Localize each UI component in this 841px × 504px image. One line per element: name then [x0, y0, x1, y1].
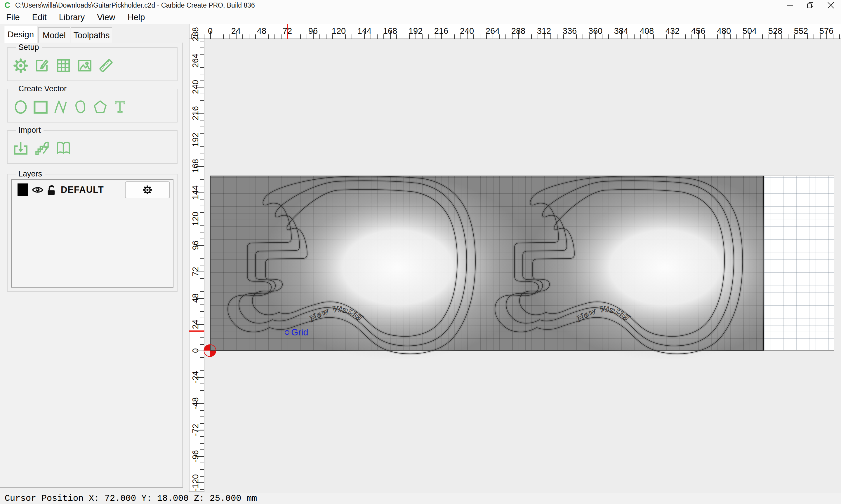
circle-tool-button[interactable] [12, 98, 29, 115]
ruler-label: 336 [563, 26, 577, 36]
ruler-label: 96 [308, 26, 318, 36]
layer-settings-button[interactable] [125, 181, 170, 198]
ruler-label: 480 [717, 26, 731, 36]
minimize-icon [786, 2, 793, 9]
job-setup-gear-icon [12, 57, 29, 74]
edit-notes-icon [34, 57, 51, 74]
polygon-tool-icon [92, 98, 109, 115]
ruler-label: 192 [409, 26, 423, 36]
restore-icon [807, 1, 814, 9]
close-button[interactable] [821, 0, 841, 11]
shape-library-button[interactable] [55, 140, 72, 157]
ruler-label: 552 [794, 26, 808, 36]
ruler-label: -24 [191, 371, 200, 383]
layers-group: Layers DEFAULT [7, 174, 177, 292]
ruler-label: 120 [332, 26, 346, 36]
polyline-tool-icon [52, 98, 69, 115]
ruler-label: 24 [191, 320, 200, 329]
menu-library[interactable]: Library [53, 11, 91, 24]
svg-text:T: T [115, 98, 125, 115]
ruler-label: -72 [191, 424, 200, 436]
ruler-label: -48 [191, 397, 200, 410]
ruler-label: 528 [768, 26, 782, 36]
ruler-label: 264 [486, 26, 500, 36]
rectangle-tool-button[interactable] [32, 98, 49, 115]
ruler-label: 456 [691, 26, 705, 36]
ruler-label: 288 [191, 27, 200, 41]
background-image-icon [76, 57, 93, 74]
edit-notes-button[interactable] [34, 57, 51, 74]
ruler-label: 216 [191, 106, 200, 120]
ruler-label: 384 [614, 26, 628, 36]
ruler-label: 312 [537, 26, 551, 36]
origin-marker-icon [203, 344, 217, 357]
job-setup-button[interactable] [12, 57, 29, 74]
ruler-label: 360 [588, 26, 602, 36]
create-vector-group-title: Create Vector [16, 84, 69, 93]
text-tool-icon: T [111, 98, 128, 115]
ruler-label: 288 [511, 26, 525, 36]
vertical-ruler: 288 264 240 216 192 168 144 120 96 72 48… [189, 39, 204, 492]
menu-bar: File Edit Library View Help [0, 11, 841, 24]
tab-design[interactable]: Design [4, 26, 37, 43]
measure-ruler-icon [98, 57, 115, 74]
ruler-label: -120 [191, 474, 200, 491]
ruler-label: 48 [191, 293, 200, 303]
layer-visibility-eye-icon[interactable] [32, 185, 44, 195]
ruler-label: 168 [383, 26, 397, 36]
ruler-label: 576 [819, 26, 834, 36]
ruler-label: 144 [357, 26, 372, 36]
import-group: Import [7, 130, 177, 164]
create-vector-group: Create Vector [7, 89, 177, 123]
polygon-tool-button[interactable] [92, 98, 109, 115]
status-bar: Cursor Position X: 72.000 Y: 18.000 Z: 2… [0, 493, 841, 504]
ruler-label: 408 [640, 26, 654, 36]
minimize-button[interactable] [780, 0, 800, 11]
menu-file[interactable]: File [0, 11, 26, 24]
import-group-title: Import [16, 126, 44, 135]
layer-lock-open-icon[interactable] [47, 185, 57, 195]
grid-snap-indicator: Grid [285, 327, 308, 338]
cursor-position-readout: Cursor Position X: 72.000 Y: 18.000 Z: 2… [5, 493, 257, 503]
grid-settings-icon [55, 57, 72, 74]
rectangle-tool-icon [32, 98, 49, 115]
ruler-label: 144 [191, 185, 200, 199]
layer-color-swatch[interactable] [18, 183, 28, 196]
ruler-label: 0 [208, 26, 212, 36]
circle-tool-icon [12, 98, 29, 115]
curve-tool-button[interactable] [72, 98, 89, 115]
tab-model[interactable]: Model [38, 28, 70, 43]
measure-button[interactable] [98, 57, 115, 74]
menu-help[interactable]: Help [121, 11, 151, 24]
shape-library-icon [55, 140, 72, 157]
curve-tool-icon [72, 98, 89, 115]
layers-list: DEFAULT [11, 179, 173, 288]
restore-button[interactable] [800, 0, 821, 11]
tab-strip: Design Model Toolpaths [0, 24, 189, 42]
window-title: C:\Users\willa\Downloads\GuitarPickholde… [15, 1, 255, 9]
import-file-button[interactable] [12, 140, 29, 157]
ruler-label: 0 [191, 348, 200, 353]
setup-group-title: Setup [16, 43, 42, 52]
layer-name: DEFAULT [61, 185, 104, 195]
ruler-label: 504 [743, 26, 757, 36]
grid-settings-button[interactable] [55, 57, 72, 74]
import-file-icon [12, 140, 29, 157]
ruler-label: 264 [191, 54, 200, 68]
text-tool-button[interactable]: T [111, 98, 128, 115]
layers-group-title: Layers [16, 169, 45, 179]
menu-edit[interactable]: Edit [26, 11, 53, 24]
menu-view[interactable]: View [91, 11, 121, 24]
ruler-label: 168 [191, 159, 200, 173]
design-side-panel: Setup [0, 42, 183, 488]
tab-toolpaths[interactable]: Toolpaths [71, 28, 112, 43]
trace-image-button[interactable] [34, 140, 51, 157]
ruler-label: 48 [257, 26, 266, 36]
polyline-tool-button[interactable] [52, 98, 69, 115]
layer-row[interactable]: DEFAULT [12, 180, 173, 199]
app-logo-icon: C [3, 1, 11, 9]
background-image-button[interactable] [76, 57, 93, 74]
setup-group: Setup [7, 47, 177, 81]
ruler-label: 120 [191, 212, 200, 226]
layer-settings-gear-icon [142, 184, 153, 196]
